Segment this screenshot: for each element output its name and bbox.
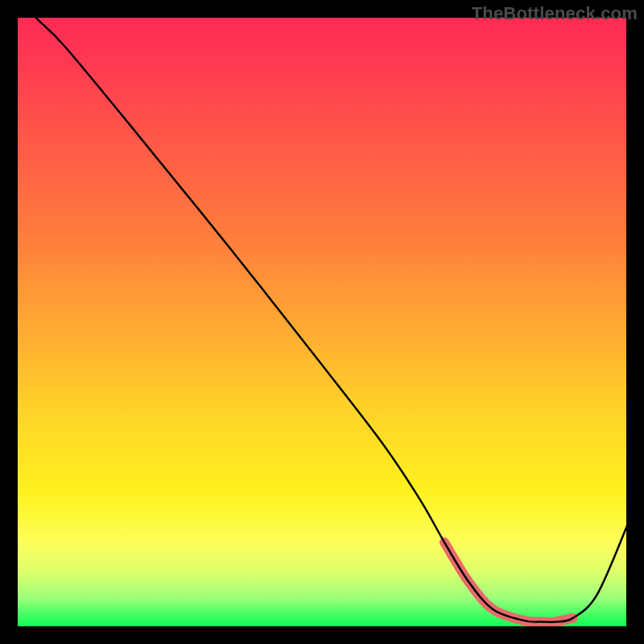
chart-stage: TheBottleneck.com	[0, 0, 644, 644]
curve-path	[16, 16, 628, 622]
highlight-segment	[444, 543, 573, 622]
watermark-text: TheBottleneck.com	[472, 3, 638, 24]
plot-area	[16, 16, 628, 628]
curve-layer	[16, 16, 628, 628]
